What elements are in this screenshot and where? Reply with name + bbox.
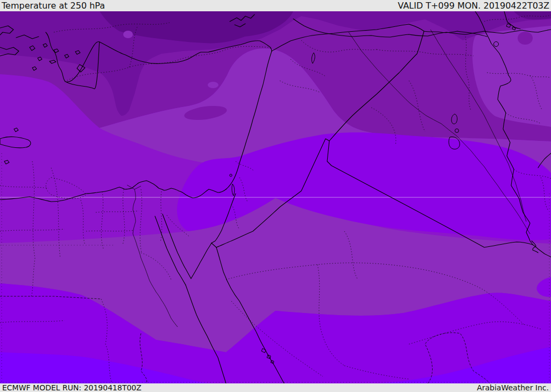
status-bar: ECMWF MODEL RUN: 20190418T00Z ArabiaWeat… bbox=[0, 383, 551, 392]
provider-label: ArabiaWeather Inc. bbox=[477, 384, 549, 391]
blob-cool-ne bbox=[518, 32, 533, 45]
valid-time-label: VALID T+099 MON. 20190422T03Z bbox=[398, 2, 549, 10]
blob-mild-small-1 bbox=[123, 31, 133, 38]
blob-mild-syria bbox=[208, 82, 218, 88]
title-bar: Temperature at 250 hPa VALID T+099 MON. … bbox=[0, 0, 551, 11]
weather-map bbox=[0, 11, 551, 383]
map-title: Temperature at 250 hPa bbox=[2, 2, 105, 10]
model-run-label: ECMWF MODEL RUN: 20190418T00Z bbox=[2, 384, 142, 391]
